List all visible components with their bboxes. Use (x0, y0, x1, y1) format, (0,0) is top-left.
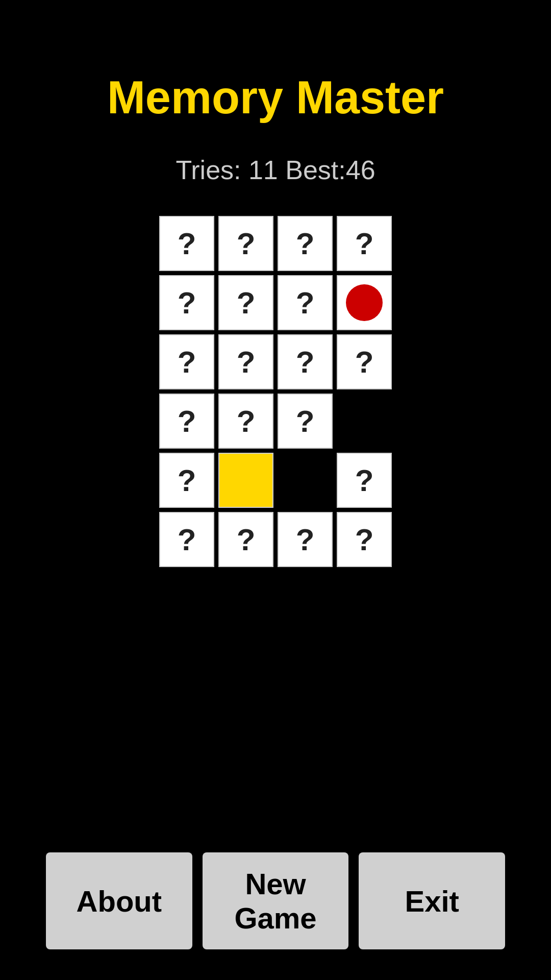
about-button[interactable]: About (46, 852, 192, 949)
cell-0-3[interactable]: ? (337, 216, 392, 271)
cell-1-0[interactable]: ? (159, 275, 214, 330)
cell-5-1[interactable]: ? (218, 512, 273, 567)
question-mark-icon: ? (237, 404, 256, 439)
cell-1-2[interactable]: ? (278, 275, 333, 330)
cell-3-0[interactable]: ? (159, 394, 214, 449)
cell-3-2[interactable]: ? (278, 394, 333, 449)
question-mark-icon: ? (355, 345, 374, 380)
grid-row-0: ???? (159, 216, 392, 271)
cell-4-3[interactable]: ? (337, 453, 392, 508)
game-grid: ???????????????????? (159, 216, 392, 567)
cell-5-3[interactable]: ? (337, 512, 392, 567)
page-title: Memory Master (107, 71, 444, 124)
grid-row-2: ???? (159, 334, 392, 389)
exit-button[interactable]: Exit (359, 852, 505, 949)
cell-2-1[interactable]: ? (218, 334, 273, 389)
grid-row-1: ??? (159, 275, 392, 330)
cell-4-2 (278, 453, 333, 508)
question-mark-icon: ? (237, 345, 256, 380)
stats-display: Tries: 11 Best:46 (176, 155, 375, 185)
cell-1-3[interactable] (337, 275, 392, 330)
grid-row-4: ?? (159, 453, 392, 508)
new-game-button[interactable]: New Game (203, 852, 349, 949)
cell-5-2[interactable]: ? (278, 512, 333, 567)
cell-5-0[interactable]: ? (159, 512, 214, 567)
question-mark-icon: ? (355, 522, 374, 557)
question-mark-icon: ? (355, 463, 374, 498)
red-circle-icon (346, 284, 383, 321)
question-mark-icon: ? (178, 285, 196, 321)
question-mark-icon: ? (296, 285, 315, 321)
grid-row-5: ???? (159, 512, 392, 567)
cell-3-1[interactable]: ? (218, 394, 273, 449)
question-mark-icon: ? (178, 522, 196, 557)
cell-0-2[interactable]: ? (278, 216, 333, 271)
cell-2-2[interactable]: ? (278, 334, 333, 389)
question-mark-icon: ? (296, 522, 315, 557)
question-mark-icon: ? (237, 285, 256, 321)
cell-4-0[interactable]: ? (159, 453, 214, 508)
question-mark-icon: ? (296, 404, 315, 439)
grid-row-3: ??? (159, 394, 392, 449)
cell-3-3 (337, 394, 392, 449)
cell-2-0[interactable]: ? (159, 334, 214, 389)
question-mark-icon: ? (178, 463, 196, 498)
question-mark-icon: ? (296, 226, 315, 261)
cell-0-0[interactable]: ? (159, 216, 214, 271)
bottom-button-bar: About New Game Exit (46, 852, 505, 949)
question-mark-icon: ? (355, 226, 374, 261)
question-mark-icon: ? (178, 226, 196, 261)
question-mark-icon: ? (237, 522, 256, 557)
question-mark-icon: ? (178, 404, 196, 439)
cell-2-3[interactable]: ? (337, 334, 392, 389)
cell-1-1[interactable]: ? (218, 275, 273, 330)
question-mark-icon: ? (178, 345, 196, 380)
question-mark-icon: ? (237, 226, 256, 261)
cell-4-1[interactable] (218, 453, 273, 508)
cell-0-1[interactable]: ? (218, 216, 273, 271)
question-mark-icon: ? (296, 345, 315, 380)
